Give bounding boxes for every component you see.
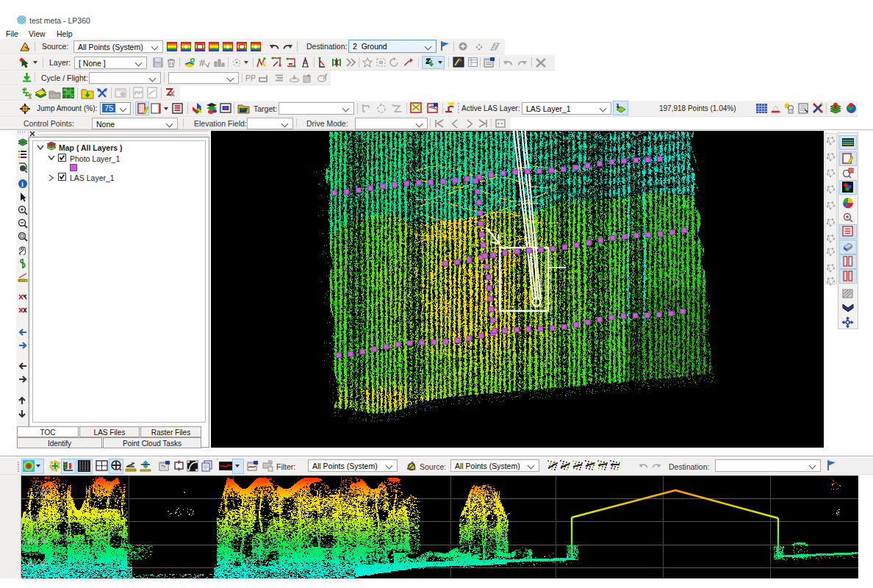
svg-text:2: 2 — [131, 462, 134, 467]
svg-text:1: 1 — [616, 103, 619, 108]
svg-text:PP: PP — [134, 90, 143, 96]
svg-text:Z: Z — [425, 58, 430, 65]
svg-text:i: i — [21, 180, 24, 188]
